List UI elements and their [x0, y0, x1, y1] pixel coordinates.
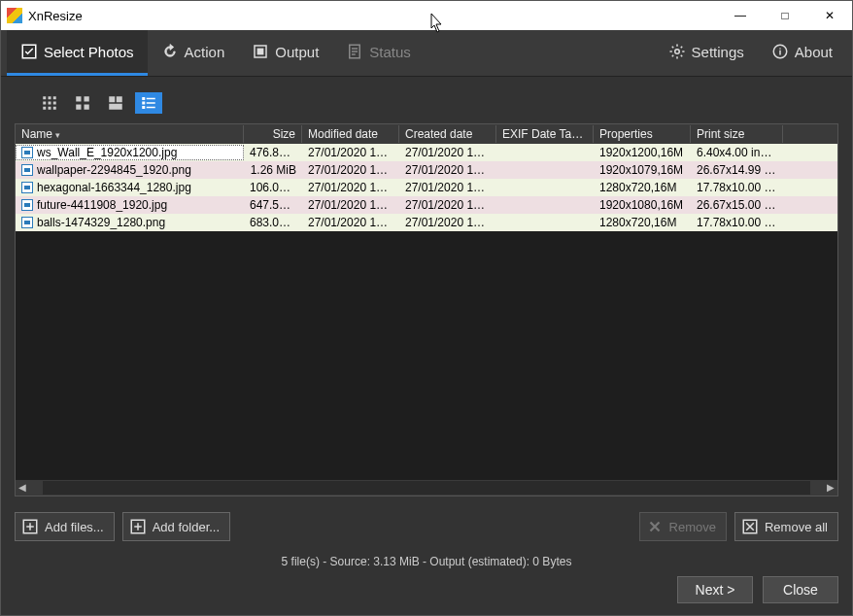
gear-icon — [668, 43, 686, 60]
col-modified[interactable]: Modified date — [302, 125, 399, 143]
scroll-track[interactable] — [43, 481, 810, 495]
minimize-button[interactable]: — — [718, 1, 763, 30]
table-row[interactable]: future-4411908_1920.jpg647.55 KiB27/01/2… — [16, 196, 837, 214]
remove-label: Remove — [669, 520, 716, 534]
svg-rect-13 — [49, 107, 51, 110]
cell-exif — [496, 222, 594, 223]
horizontal-scrollbar[interactable]: ◀ ▶ — [16, 480, 837, 496]
svg-rect-9 — [43, 102, 46, 105]
svg-rect-11 — [53, 102, 56, 105]
tab-output-label: Output — [275, 44, 319, 60]
close-button[interactable]: Close — [763, 576, 838, 603]
tab-action[interactable]: Action — [148, 30, 239, 76]
add-files-button[interactable]: Add files... — [15, 512, 115, 541]
scroll-left-arrow[interactable]: ◀ — [16, 481, 29, 495]
view-medium-icons[interactable] — [69, 92, 96, 114]
cell-name: future-4411908_1920.jpg — [16, 197, 244, 213]
status-line: 5 file(s) - Source: 3.13 MiB - Output (e… — [15, 551, 838, 576]
table-header: Name Size Modified date Created date EXI… — [16, 124, 837, 144]
tab-about-label: About — [795, 44, 833, 60]
cell-modified: 27/01/2020 11:0... — [302, 197, 399, 213]
tab-settings[interactable]: Settings — [655, 30, 758, 76]
cell-created: 27/01/2020 11:0... — [399, 180, 496, 195]
col-created[interactable]: Created date — [399, 125, 496, 143]
svg-rect-23 — [147, 98, 155, 100]
footer: Next > Close — [1, 576, 852, 615]
tab-settings-label: Settings — [692, 44, 744, 60]
svg-rect-18 — [85, 105, 89, 110]
file-icon — [21, 217, 33, 228]
window-title: XnResize — [28, 9, 718, 23]
svg-rect-17 — [76, 105, 81, 110]
file-icon — [21, 199, 33, 211]
cell-name: hexagonal-1663344_1280.jpg — [16, 180, 244, 195]
cell-print: 6.40x4.00 inches — [691, 145, 783, 160]
cell-created: 27/01/2020 11:0... — [399, 145, 496, 160]
col-exif[interactable]: EXIF Date Taken — [496, 125, 594, 143]
cell-print: 26.67x14.99 inc... — [691, 162, 783, 178]
add-files-icon — [21, 518, 39, 535]
tab-status[interactable]: Status — [332, 30, 425, 76]
file-icon — [21, 164, 33, 176]
cell-modified: 27/01/2020 11:0... — [302, 215, 399, 230]
cell-size: 1.26 MiB — [244, 162, 302, 178]
tab-output[interactable]: Output — [238, 30, 332, 76]
tab-action-label: Action — [185, 44, 225, 60]
titlebar: XnResize — □ ✕ — [1, 1, 852, 30]
cell-properties: 1920x1200,16M — [594, 145, 691, 160]
scroll-right-arrow[interactable]: ▶ — [824, 481, 837, 495]
svg-rect-26 — [142, 106, 145, 109]
svg-rect-25 — [147, 102, 155, 104]
svg-rect-12 — [43, 107, 46, 110]
cell-properties: 1920x1080,16M — [594, 197, 691, 213]
tab-select-photos-label: Select Photos — [44, 44, 134, 60]
col-print[interactable]: Print size — [691, 125, 783, 143]
table-row[interactable]: hexagonal-1663344_1280.jpg106.09 KiB27/0… — [16, 179, 837, 196]
tab-about[interactable]: About — [758, 30, 846, 76]
svg-point-4 — [674, 50, 679, 54]
add-folder-label: Add folder... — [153, 520, 220, 534]
svg-rect-15 — [76, 96, 81, 101]
col-properties[interactable]: Properties — [594, 125, 691, 143]
cell-properties: 1280x720,16M — [594, 180, 691, 195]
svg-rect-14 — [53, 107, 56, 110]
next-button[interactable]: Next > — [677, 576, 753, 603]
add-files-label: Add files... — [45, 520, 104, 534]
maximize-button[interactable]: □ — [763, 1, 807, 30]
svg-rect-21 — [109, 104, 122, 110]
tab-select-photos[interactable]: Select Photos — [7, 30, 148, 76]
svg-rect-2 — [257, 49, 263, 54]
view-list[interactable] — [135, 92, 162, 114]
info-icon — [771, 43, 789, 60]
cell-name: ws_Wall_E_1920x1200.jpg — [16, 145, 244, 160]
view-small-icons[interactable] — [36, 92, 63, 114]
cell-print: 17.78x10.00 inc... — [691, 180, 783, 195]
col-size[interactable]: Size — [244, 125, 302, 143]
remove-all-button[interactable]: Remove all — [734, 512, 838, 541]
tab-status-label: Status — [369, 44, 411, 60]
add-folder-button[interactable]: Add folder... — [122, 512, 230, 541]
view-large-icons[interactable] — [102, 92, 129, 114]
svg-rect-10 — [49, 102, 51, 105]
remove-button[interactable]: Remove — [639, 512, 727, 541]
close-window-button[interactable]: ✕ — [807, 1, 852, 30]
add-folder-icon — [129, 518, 147, 535]
table-row[interactable]: wallpaper-2294845_1920.png1.26 MiB27/01/… — [16, 161, 837, 179]
cell-modified: 27/01/2020 11:0... — [302, 145, 399, 160]
cell-size: 647.55 KiB — [244, 197, 302, 213]
svg-rect-8 — [53, 96, 56, 99]
table-row[interactable]: balls-1474329_1280.png683.09 KiB27/01/20… — [16, 214, 837, 231]
col-name[interactable]: Name — [16, 125, 244, 143]
cell-size: 476.89 KiB — [244, 145, 302, 160]
bottom-button-row: Add files... Add folder... Remove Remove… — [15, 502, 838, 551]
status-icon — [346, 43, 363, 60]
svg-rect-7 — [49, 96, 51, 99]
svg-rect-6 — [43, 96, 46, 99]
cell-properties: 1920x1079,16M — [594, 162, 691, 178]
cell-exif — [496, 187, 594, 188]
remove-all-label: Remove all — [765, 520, 828, 534]
cell-print: 17.78x10.00 inc... — [691, 215, 783, 230]
svg-rect-27 — [147, 107, 155, 109]
cell-created: 27/01/2020 11:0... — [399, 215, 496, 230]
table-row[interactable]: ws_Wall_E_1920x1200.jpg476.89 KiB27/01/2… — [16, 144, 837, 161]
